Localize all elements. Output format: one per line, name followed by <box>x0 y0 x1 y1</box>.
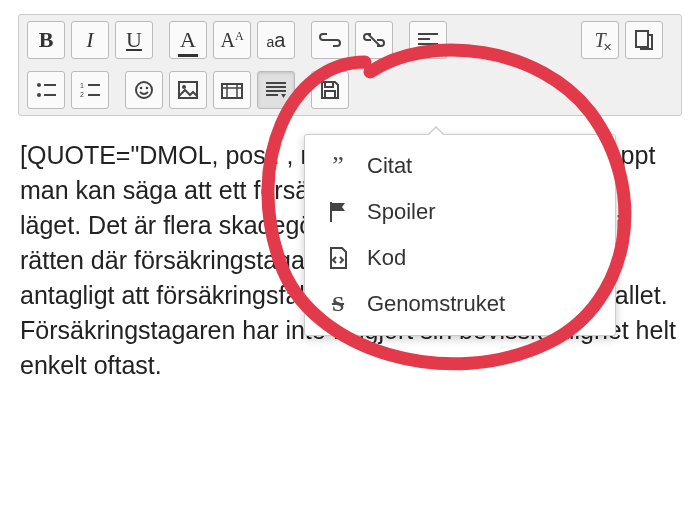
italic-button[interactable]: I <box>71 21 109 59</box>
drafts-button[interactable] <box>625 21 663 59</box>
align-icon <box>418 32 438 48</box>
dropdown-label: Kod <box>367 245 406 271</box>
align-button[interactable] <box>409 21 447 59</box>
insert-button[interactable] <box>257 71 295 109</box>
svg-rect-4 <box>636 31 648 47</box>
font-size-button[interactable]: AA <box>213 21 251 59</box>
unlink-button[interactable] <box>355 21 393 59</box>
dropdown-label: Genomstruket <box>367 291 505 317</box>
underline-button[interactable]: U <box>115 21 153 59</box>
svg-rect-18 <box>222 84 242 98</box>
svg-text:2: 2 <box>80 91 84 98</box>
italic-icon: I <box>86 27 93 53</box>
insert-dropdown: ” Citat Spoiler Kod S Genomstruket <box>304 134 616 336</box>
bold-button[interactable]: B <box>27 21 65 59</box>
ordered-list-icon: 12 <box>80 82 100 98</box>
bold-icon: B <box>39 27 54 53</box>
text-color-button[interactable]: A <box>169 21 207 59</box>
strikethrough-icon: S <box>325 291 351 317</box>
unlink-icon <box>363 32 385 48</box>
toolbar-row-2: 12 <box>27 71 673 109</box>
font-size-icon: AA <box>220 29 243 52</box>
svg-rect-28 <box>325 91 335 98</box>
group-clear: T✕ <box>581 21 673 59</box>
remove-format-icon: T✕ <box>594 29 605 52</box>
svg-rect-27 <box>325 82 333 87</box>
svg-point-14 <box>140 87 143 90</box>
svg-rect-16 <box>179 82 197 98</box>
dropdown-item-strike[interactable]: S Genomstruket <box>305 281 615 327</box>
save-icon <box>320 80 340 100</box>
svg-point-5 <box>37 83 41 87</box>
link-icon <box>319 33 341 47</box>
dropdown-item-quote[interactable]: ” Citat <box>305 143 615 189</box>
dropdown-item-spoiler[interactable]: Spoiler <box>305 189 615 235</box>
svg-point-13 <box>136 82 152 98</box>
dropdown-item-code[interactable]: Kod <box>305 235 615 281</box>
svg-marker-26 <box>281 94 286 98</box>
group-media <box>125 71 305 109</box>
emoji-button[interactable] <box>125 71 163 109</box>
dropdown-label: Spoiler <box>367 199 435 225</box>
save-button[interactable] <box>311 71 349 109</box>
font-family-icon: aa <box>267 29 286 52</box>
svg-point-15 <box>146 87 149 90</box>
group-save <box>311 71 359 109</box>
group-font: A AA aa <box>169 21 305 59</box>
emoji-icon <box>134 80 154 100</box>
media-button[interactable] <box>213 71 251 109</box>
insert-icon <box>266 81 286 99</box>
underline-icon: U <box>126 27 142 53</box>
text-color-icon: A <box>180 27 196 53</box>
font-family-button[interactable]: aa <box>257 21 295 59</box>
group-list: 12 <box>27 71 119 109</box>
group-link <box>311 21 403 59</box>
ordered-list-button[interactable]: 12 <box>71 71 109 109</box>
dropdown-label: Citat <box>367 153 412 179</box>
media-icon <box>221 81 243 99</box>
image-button[interactable] <box>169 71 207 109</box>
remove-format-button[interactable]: T✕ <box>581 21 619 59</box>
image-icon <box>178 81 198 99</box>
drafts-icon <box>635 30 653 50</box>
svg-point-6 <box>37 93 41 97</box>
group-align <box>409 21 457 59</box>
flag-icon <box>325 201 351 223</box>
bullet-list-icon <box>36 82 56 98</box>
code-icon <box>325 247 351 269</box>
group-text-style: B I U <box>27 21 163 59</box>
svg-point-17 <box>182 85 186 89</box>
editor-toolbar: B I U A AA aa T✕ 12 <box>18 14 682 116</box>
quote-icon: ” <box>325 158 351 174</box>
link-button[interactable] <box>311 21 349 59</box>
bullet-list-button[interactable] <box>27 71 65 109</box>
svg-text:1: 1 <box>80 82 84 89</box>
